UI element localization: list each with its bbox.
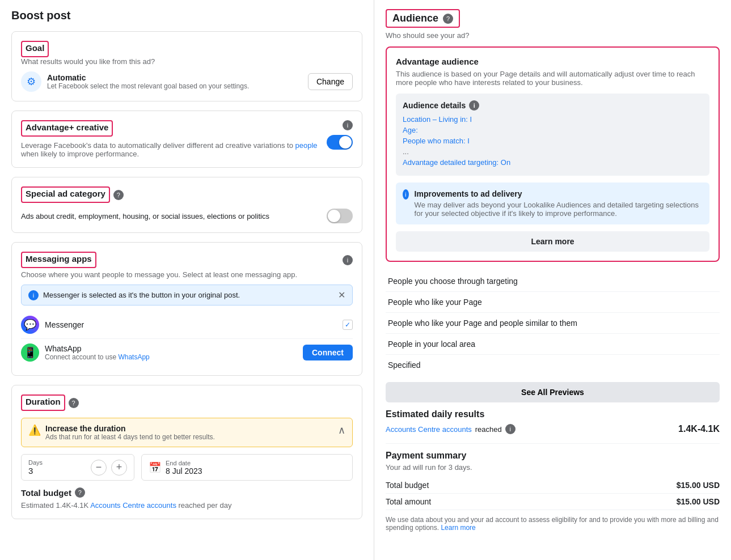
change-button[interactable]: Change xyxy=(308,73,353,90)
advantage-creative-desc: Leverage Facebook's data to automaticall… xyxy=(21,141,320,158)
days-value: 3 xyxy=(28,466,43,476)
payment-total-value: $15.00 USD xyxy=(677,497,720,506)
estimated-results-title: Estimated daily results xyxy=(386,409,720,419)
improvements-title: Improvements to ad delivery xyxy=(415,189,703,198)
total-budget-info-icon[interactable]: ? xyxy=(75,487,85,498)
estimated-results-value: 1.4K-4.1K xyxy=(678,424,720,434)
audience-option-page-likes[interactable]: People who like your Page xyxy=(386,292,720,313)
goal-section-label: Goal xyxy=(26,43,44,53)
accounts-centre-accounts-link[interactable]: Accounts Centre accounts xyxy=(386,425,472,434)
messaging-apps-subtext: Choose where you want people to message … xyxy=(21,270,353,279)
whatsapp-label: WhatsApp xyxy=(45,344,150,353)
whatsapp-icon: 📱 xyxy=(21,343,39,362)
location-row: Location – Living in: I xyxy=(403,115,703,124)
messenger-label: Messenger xyxy=(45,320,84,329)
audience-options: People you choose through targeting Peop… xyxy=(386,271,720,375)
payment-title: Payment summary xyxy=(386,451,720,461)
age-row: Age: xyxy=(403,126,703,134)
advantage-audience-title: Advantage audience xyxy=(396,57,709,66)
warn-desc: Ads that run for at least 4 days tend to… xyxy=(45,433,215,441)
payment-row-budget: Total budget $15.00 USD xyxy=(386,477,720,494)
special-ad-toggle[interactable] xyxy=(327,209,353,223)
audience-option-similar[interactable]: People who like your Page and people sim… xyxy=(386,313,720,334)
learn-more-button[interactable]: Learn more xyxy=(396,231,709,252)
advantage-audience-box: Advantage audience This audience is base… xyxy=(386,46,720,262)
who-text: Who should see your ad? xyxy=(386,31,720,40)
advantage-creative-label: Advantage+ creative xyxy=(26,122,108,132)
end-date-label: End date xyxy=(166,460,202,466)
whatsapp-row: 📱 WhatsApp Connect account to use WhatsA… xyxy=(21,339,353,366)
special-ad-section: Special ad category ? Ads about credit, … xyxy=(11,177,362,233)
days-increment-button[interactable]: + xyxy=(111,460,127,476)
duration-label: Duration xyxy=(26,397,61,406)
payment-row-total: Total amount $15.00 USD xyxy=(386,494,720,510)
fade-text: ... xyxy=(403,147,703,156)
audience-option-local[interactable]: People in your local area xyxy=(386,334,720,355)
messaging-apps-info-icon[interactable]: i xyxy=(343,255,353,265)
advantage-creative-info-icon[interactable]: i xyxy=(343,120,353,130)
payment-footer-link[interactable]: Learn more xyxy=(441,524,475,532)
accounts-centre-link[interactable]: Accounts Centre accounts xyxy=(90,501,176,510)
chevron-up-icon[interactable]: ∧ xyxy=(338,424,345,436)
page-title: Boost post xyxy=(11,9,362,22)
duration-warning: ⚠️ Increase the duration Ads that run fo… xyxy=(21,418,353,447)
messenger-banner: i Messenger is selected as it's the butt… xyxy=(21,285,353,306)
payment-budget-value: $15.00 USD xyxy=(677,481,720,490)
goal-icon: ⚙ xyxy=(21,71,41,92)
goal-section: Goal What results would you like from th… xyxy=(11,31,362,101)
audience-info-icon[interactable]: ? xyxy=(443,14,453,24)
days-label: Days xyxy=(28,459,43,466)
whatsapp-link[interactable]: WhatsApp xyxy=(118,353,149,361)
advantage-audience-desc: This audience is based on your Page deta… xyxy=(396,70,709,87)
estimated-results-info-icon[interactable]: i xyxy=(505,424,515,434)
duration-info-icon[interactable]: ? xyxy=(69,398,79,408)
audience-title: Audience xyxy=(392,12,438,24)
improvements-box: i Improvements to ad delivery We may del… xyxy=(396,183,709,224)
messaging-apps-section: Messaging apps i Choose where you want p… xyxy=(11,242,362,376)
targeting-row: Advantage detailed targeting: On xyxy=(403,158,703,167)
audience-option-specified[interactable]: Specified xyxy=(386,355,720,375)
audience-details-label: Audience details xyxy=(403,101,466,110)
warn-title: Increase the duration xyxy=(45,424,215,433)
payment-subtitle: Your ad will run for 3 days. xyxy=(386,463,720,472)
messenger-row: 💬 Messenger ✓ xyxy=(21,311,353,339)
messaging-apps-label: Messaging apps xyxy=(26,254,92,264)
advantage-creative-toggle[interactable] xyxy=(327,135,353,150)
payment-footer: We use data about you and your ad accoun… xyxy=(386,516,720,532)
end-date-box: 📅 End date 8 Jul 2023 xyxy=(141,454,353,481)
special-ad-label: Special ad category xyxy=(26,189,105,198)
end-date-value: 8 Jul 2023 xyxy=(166,466,202,476)
estimated-results-section: Estimated daily results Accounts Centre … xyxy=(386,409,720,434)
audience-details-info-icon[interactable]: i xyxy=(469,100,479,111)
improvements-info-icon: i xyxy=(403,189,409,200)
whatsapp-desc: Connect account to use WhatsApp xyxy=(45,353,150,361)
estimated-reach-text: Estimated 1.4K-4.1K Accounts Centre acco… xyxy=(21,501,353,510)
days-input: Days 3 − + xyxy=(21,454,134,481)
messenger-banner-text: Messenger is selected as it's the button… xyxy=(43,291,240,299)
connect-button[interactable]: Connect xyxy=(303,345,353,360)
goal-subtext: What results would you like from this ad… xyxy=(21,57,353,66)
advantage-creative-link[interactable]: people xyxy=(295,141,318,150)
payment-section: Payment summary Your ad will run for 3 d… xyxy=(386,451,720,532)
special-ad-toggle-label: Ads about credit, employment, housing, o… xyxy=(21,212,269,220)
messenger-icon: 💬 xyxy=(21,316,39,334)
warning-icon: ⚠️ xyxy=(28,424,41,436)
audience-option-targeting[interactable]: People you choose through targeting xyxy=(386,271,720,292)
days-decrement-button[interactable]: − xyxy=(91,460,107,476)
special-ad-info-icon[interactable]: ? xyxy=(113,190,124,200)
reached-label: reached xyxy=(475,425,502,434)
payment-total-label: Total amount xyxy=(386,497,431,506)
goal-auto-desc: Let Facebook select the most relevant go… xyxy=(47,82,249,90)
improvements-desc: We may deliver ads beyond your Lookalike… xyxy=(415,201,703,218)
total-budget-label: Total budget xyxy=(21,488,71,498)
see-all-previews-button[interactable]: See All Previews xyxy=(386,382,720,402)
goal-auto-label: Automatic xyxy=(47,73,249,82)
calendar-icon: 📅 xyxy=(149,461,161,474)
messenger-checkbox[interactable]: ✓ xyxy=(343,320,353,330)
duration-section: Duration ? ⚠️ Increase the duration Ads … xyxy=(11,385,362,519)
audience-details-box: Audience details i Location – Living in:… xyxy=(396,94,709,176)
messenger-banner-close-icon[interactable]: ✕ xyxy=(338,290,345,300)
payment-budget-label: Total budget xyxy=(386,481,429,490)
people-match-row: People who match: I xyxy=(403,137,703,145)
advantage-creative-section: Advantage+ creative Leverage Facebook's … xyxy=(11,111,362,168)
